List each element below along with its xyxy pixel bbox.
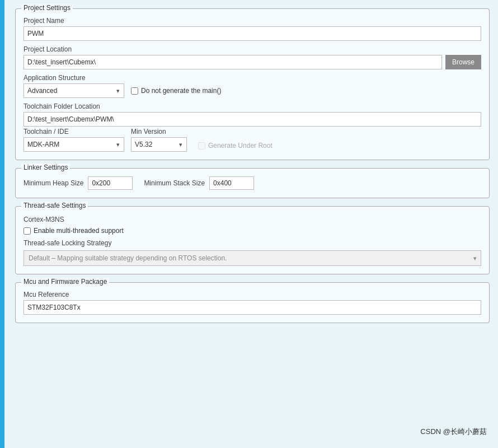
thread-strategy-wrapper: Default – Mapping suitable strategy depe… [24,250,481,266]
linker-settings-title: Linker Settings [21,164,70,171]
left-accent-bar [0,0,4,339]
min-version-label: Min Version [131,128,187,136]
min-version-select-wrapper: V5.32 V5.27 V5.26 [131,137,187,152]
project-name-input[interactable] [24,26,481,41]
linker-settings-section: Linker Settings Minimum Heap Size Minimu… [15,168,490,198]
browse-button[interactable]: Browse [445,55,481,69]
min-heap-field: Minimum Heap Size [24,176,133,190]
mcu-firmware-section: Mcu and Firmware Package Mcu Reference [15,282,490,323]
toolchain-folder-label: Toolchain Folder Location [24,102,481,110]
project-location-row: Browse [24,55,481,69]
app-structure-row: Advanced Basic Do not generate the main(… [24,83,481,98]
min-stack-input[interactable] [209,176,254,190]
thread-subtitle: Cortex-M3NS [24,216,481,223]
mcu-reference-input[interactable] [24,300,481,315]
project-name-label: Project Name [24,17,481,25]
main-content: Project Settings Project Name Project Lo… [12,6,492,334]
toolchain-ide-col: Toolchain / IDE MDK-ARM STM32CubeIDE Mak… [24,128,124,152]
thread-safe-settings-section: Thread-safe Settings Cortex-M3NS Enable … [15,206,490,274]
min-heap-input[interactable] [88,176,133,190]
mcu-reference-label: Mcu Reference [24,291,481,298]
project-settings-section: Project Settings Project Name Project Lo… [15,8,490,160]
enable-multithreaded-checkbox[interactable] [24,227,31,235]
do-not-generate-main-label[interactable]: Do not generate the main() [131,87,221,95]
do-not-generate-main-text: Do not generate the main() [141,87,221,95]
min-version-select[interactable]: V5.32 V5.27 V5.26 [131,137,187,152]
mcu-firmware-title: Mcu and Firmware Package [21,278,109,286]
toolchain-ide-select-wrapper: MDK-ARM STM32CubeIDE Makefile [24,137,124,152]
do-not-generate-main-checkbox[interactable] [131,87,138,95]
toolchain-folder-input[interactable] [24,112,481,127]
linker-fields-row: Minimum Heap Size Minimum Stack Size [24,176,481,190]
toolchain-ide-select[interactable]: MDK-ARM STM32CubeIDE Makefile [24,137,124,152]
min-stack-label: Minimum Stack Size [144,179,205,187]
toolchain-row: Toolchain / IDE MDK-ARM STM32CubeIDE Mak… [24,128,481,152]
project-location-input[interactable] [24,55,442,69]
app-structure-label: Application Structure [24,74,481,82]
generate-under-root-checkbox [198,142,205,150]
generate-under-root-wrapper: Generate Under Root [198,142,273,152]
project-settings-title: Project Settings [21,4,73,12]
min-stack-field: Minimum Stack Size [144,176,254,190]
enable-multithreaded-text: Enable multi-threaded support [34,227,124,235]
min-version-col: Min Version V5.32 V5.27 V5.26 [131,128,187,152]
toolchain-ide-label: Toolchain / IDE [24,128,124,136]
min-heap-label: Minimum Heap Size [24,179,83,187]
project-location-label: Project Location [24,45,481,53]
enable-multithreaded-label[interactable]: Enable multi-threaded support [24,227,481,235]
generate-under-root-label: Generate Under Root [208,142,273,150]
app-structure-select[interactable]: Advanced Basic [24,83,124,98]
thread-strategy-select[interactable]: Default – Mapping suitable strategy depe… [24,250,481,266]
thread-safe-settings-title: Thread-safe Settings [21,202,88,209]
app-structure-select-wrapper: Advanced Basic [24,83,124,98]
thread-strategy-label: Thread-safe Locking Strategy [24,239,481,247]
